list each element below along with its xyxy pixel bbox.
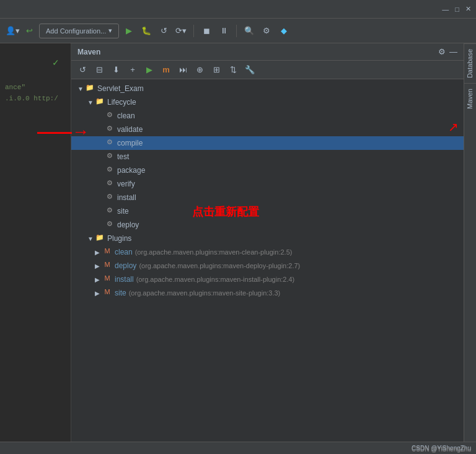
maven-download-btn[interactable]: ⬇ (108, 63, 123, 77)
tree-item-clean[interactable]: ⚙ clean (71, 109, 464, 123)
maven-layout-btn[interactable]: ⊞ (209, 63, 224, 77)
database-tab[interactable]: Database (464, 43, 476, 83)
minimize-button[interactable]: — (442, 6, 449, 13)
tree-item-plugins[interactable]: ▼ 📁 Plugins (71, 232, 464, 245)
maven-tree: ▼ 📁 Servlet_Exam ▼ 📁 Lifecycle ⚙ clean (71, 79, 464, 442)
run-button[interactable]: ▶ (121, 24, 136, 38)
tree-item-site[interactable]: ⚙ site (71, 204, 464, 218)
settings-icon[interactable]: ⚙ (259, 24, 274, 38)
clean-label: clean (117, 111, 135, 120)
coverage-button[interactable]: ↺ (156, 24, 171, 38)
user-icon-button[interactable]: 👤▾ (5, 24, 20, 38)
maven-refresh-btn[interactable]: ↺ (75, 63, 90, 77)
lifecycle-folder-icon: 📁 (95, 97, 105, 107)
main-layout: ✓ ance" .i.0.0 http:/ Maven ⚙ — ↺ ⊟ ⬇ + … (0, 43, 476, 442)
clean-gear-icon: ⚙ (105, 111, 115, 121)
maven-run-btn[interactable]: ▶ (142, 63, 157, 77)
maven-minimize-icon[interactable]: — (449, 47, 457, 56)
maven-settings-icon[interactable]: ⚙ (438, 47, 446, 56)
tree-item-plugin-clean[interactable]: ▶ M clean (org.apache.maven.plugins:mave… (71, 245, 464, 259)
maven-toolbar: ↺ ⊟ ⬇ + ▶ m ⏭ ⊕ ⊞ ⇅ 🔧 (71, 61, 464, 79)
refresh-button[interactable]: ⟳▾ (174, 24, 188, 38)
tree-item-package[interactable]: ⚙ package (71, 164, 464, 177)
right-sidebar: Database Maven (464, 43, 476, 442)
tree-item-lifecycle[interactable]: ▼ 📁 Lifecycle (71, 95, 464, 109)
install-gear-icon: ⚙ (105, 193, 115, 203)
validate-label: validate (117, 125, 143, 134)
tree-item-plugin-deploy[interactable]: ▶ M deploy (org.apache.maven.plugins:mav… (71, 259, 464, 273)
lifecycle-arrow: ▼ (87, 99, 95, 106)
search-button[interactable]: 🔍 (242, 24, 257, 38)
tree-item-test[interactable]: ⚙ test (71, 150, 464, 164)
maven-collapse-btn[interactable]: ⊟ (92, 63, 107, 77)
pause-button[interactable]: ⏸ (216, 24, 231, 38)
tree-item-validate[interactable]: ⚙ validate (71, 123, 464, 136)
tree-item-plugin-site[interactable]: ▶ M site (org.apache.maven.plugins:maven… (71, 286, 464, 300)
plugin-install-label: install (115, 275, 134, 284)
install-label: install (117, 193, 136, 202)
root-label: Servlet_Exam (97, 84, 144, 93)
main-toolbar: 👤▾ ↩ Add Configuration... ▾ ▶ 🐛 ↺ ⟳▾ ◼ ⏸… (0, 19, 476, 43)
maven-header: Maven ⚙ — (71, 43, 464, 61)
deploy-label: deploy (117, 220, 139, 229)
plugin-install-maven-icon: M (102, 274, 112, 284)
test-gear-icon: ⚙ (105, 152, 115, 162)
site-label: site (117, 207, 129, 216)
maximize-button[interactable]: □ (455, 6, 459, 13)
status-bar: CSDN @YiShengZhu (0, 442, 476, 454)
tree-item-deploy[interactable]: ⚙ deploy (71, 218, 464, 232)
maven-skip-btn[interactable]: ⏭ (175, 63, 190, 77)
package-gear-icon: ⚙ (105, 165, 115, 175)
plugin-clean-maven-icon: M (102, 247, 112, 257)
plugins-label: Plugins (107, 234, 131, 243)
toolbar-separator-2 (236, 25, 237, 37)
root-folder-icon: 📁 (85, 84, 95, 94)
tree-item-install[interactable]: ⚙ install (71, 191, 464, 204)
plugin-install-arrow[interactable]: ▶ (95, 276, 102, 283)
title-bar-controls: — □ ✕ (442, 5, 471, 13)
maven-wrench-btn[interactable]: 🔧 (242, 63, 257, 77)
jetbrains-icon: ◆ (276, 24, 291, 38)
tree-item-compile[interactable]: ⚙ compile (71, 136, 464, 150)
close-button[interactable]: ✕ (465, 5, 471, 13)
add-config-label: Add Configuration... (46, 27, 106, 35)
stop-button[interactable]: ◼ (199, 24, 214, 38)
code-line-2: .i.0.0 http:/ (0, 95, 71, 106)
plugins-folder-icon: 📁 (95, 234, 105, 243)
maven-step-btn[interactable]: ⊕ (192, 63, 207, 77)
test-label: test (117, 152, 129, 161)
plugin-deploy-detail: (org.apache.maven.plugins:maven-deploy-p… (139, 262, 300, 269)
maven-title: Maven (77, 48, 100, 56)
plugins-arrow: ▼ (87, 235, 95, 242)
lifecycle-label: Lifecycle (107, 98, 136, 107)
plugin-site-arrow[interactable]: ▶ (95, 290, 102, 297)
maven-m-btn[interactable]: m (159, 63, 174, 77)
maven-panel: Maven ⚙ — ↺ ⊟ ⬇ + ▶ m ⏭ ⊕ ⊞ ⇅ 🔧 ▼ (71, 43, 464, 442)
site-gear-icon: ⚙ (105, 206, 115, 216)
code-line-1: ance" (0, 84, 71, 95)
tree-item-plugin-install[interactable]: ▶ M install (org.apache.maven.plugins:ma… (71, 273, 464, 286)
plugin-site-maven-icon: M (102, 288, 112, 298)
maven-header-icons: ⚙ — (438, 47, 457, 56)
plugin-install-detail: (org.apache.maven.plugins:maven-install-… (136, 276, 295, 283)
plugin-deploy-arrow[interactable]: ▶ (95, 263, 102, 269)
toolbar-left-group: 👤▾ ↩ (5, 24, 37, 38)
root-arrow: ▼ (77, 85, 85, 92)
verify-label: verify (117, 180, 135, 188)
plugin-clean-detail: (org.apache.maven.plugins:maven-clean-pl… (135, 248, 293, 256)
green-check-icon: ✓ (52, 58, 60, 68)
back-button[interactable]: ↩ (22, 24, 37, 38)
tree-item-verify[interactable]: ⚙ verify (71, 177, 464, 191)
maven-tab[interactable]: Maven (464, 83, 476, 114)
verify-gear-icon: ⚙ (105, 179, 115, 189)
maven-sort-btn[interactable]: ⇅ (226, 63, 240, 77)
plugin-clean-label: clean (115, 248, 133, 256)
add-config-chevron: ▾ (108, 27, 112, 35)
compile-gear-icon: ⚙ (105, 138, 115, 148)
debug-button[interactable]: 🐛 (139, 24, 154, 38)
add-configuration-button[interactable]: Add Configuration... ▾ (39, 24, 119, 38)
plugin-clean-arrow[interactable]: ▶ (95, 249, 102, 256)
maven-add-btn[interactable]: + (125, 63, 140, 77)
tree-item-root[interactable]: ▼ 📁 Servlet_Exam (71, 82, 464, 95)
toolbar-separator-1 (193, 25, 194, 37)
